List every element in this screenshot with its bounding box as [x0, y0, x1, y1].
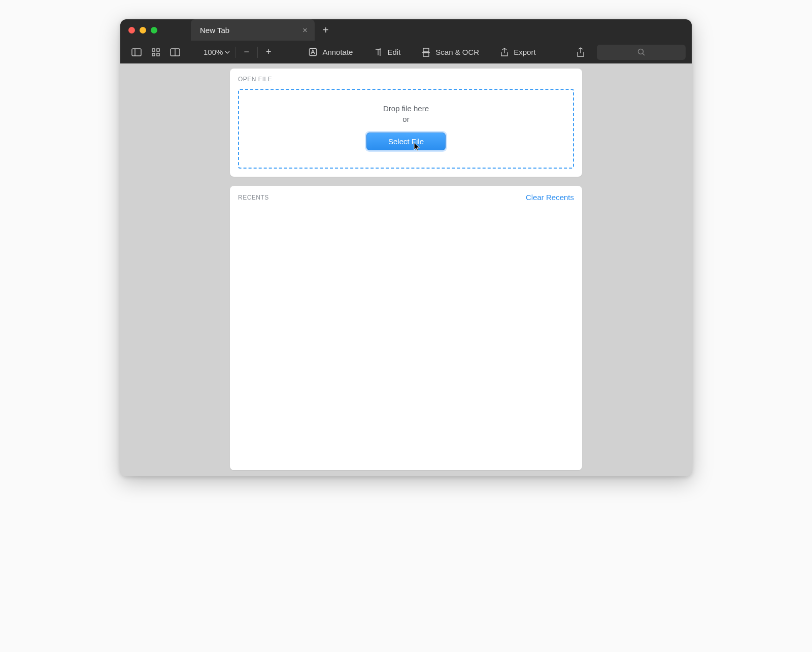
open-file-panel: OPEN FILE Drop file here or Select File: [230, 69, 582, 177]
browser-tab[interactable]: New Tab ×: [191, 19, 315, 41]
svg-point-11: [638, 49, 644, 54]
edit-label: Edit: [387, 48, 400, 56]
select-file-button[interactable]: Select File: [366, 133, 446, 150]
svg-rect-5: [157, 53, 159, 56]
toolbar: 100% − + Annotate: [120, 41, 692, 63]
zoom-level-dropdown[interactable]: 100%: [200, 48, 233, 56]
share-button[interactable]: [571, 47, 590, 57]
zoom-controls: 100% − +: [200, 47, 277, 58]
svg-rect-4: [152, 53, 155, 56]
svg-rect-3: [157, 49, 159, 51]
recents-panel: RECENTS Clear Recents: [230, 186, 582, 470]
scan-ocr-button[interactable]: Scan & OCR: [416, 48, 485, 57]
titlebar: New Tab × +: [120, 19, 692, 41]
svg-line-12: [643, 54, 645, 56]
zoom-in-button[interactable]: +: [260, 47, 278, 57]
clear-recents-button[interactable]: Clear Recents: [526, 193, 574, 202]
app-window: New Tab × +: [120, 19, 692, 476]
two-page-view-button[interactable]: [165, 41, 185, 63]
annotate-button[interactable]: Annotate: [302, 48, 359, 56]
annotate-icon: [309, 48, 317, 56]
export-icon: [500, 48, 509, 57]
scan-ocr-label: Scan & OCR: [435, 48, 479, 56]
export-button[interactable]: Export: [494, 48, 542, 57]
book-icon: [170, 48, 180, 56]
drop-or-text: or: [402, 115, 409, 123]
close-window-button[interactable]: [128, 27, 135, 34]
svg-rect-0: [132, 49, 141, 56]
search-input[interactable]: [597, 45, 686, 60]
zoom-out-button[interactable]: −: [238, 47, 255, 57]
search-icon: [637, 48, 645, 56]
sidebar-icon: [131, 48, 142, 56]
recents-section-title: RECENTS: [238, 194, 269, 201]
maximize-window-button[interactable]: [151, 27, 157, 34]
tab-title: New Tab: [200, 26, 229, 35]
edit-button[interactable]: Edit: [368, 48, 407, 56]
zoom-level-value: 100%: [204, 48, 223, 56]
share-icon: [577, 47, 585, 57]
open-file-section-title: OPEN FILE: [238, 76, 272, 83]
svg-rect-2: [152, 49, 155, 51]
new-tab-button[interactable]: +: [315, 24, 337, 36]
toolbar-center: Annotate Edit Scan & OCR: [302, 48, 542, 57]
edit-text-icon: [374, 48, 382, 56]
grid-icon: [152, 48, 160, 56]
chevron-down-icon: [225, 51, 230, 54]
minimize-window-button[interactable]: [140, 27, 146, 34]
select-file-label: Select File: [388, 137, 424, 146]
content-area: OPEN FILE Drop file here or Select File …: [120, 63, 692, 476]
export-label: Export: [514, 48, 535, 56]
sidebar-toggle-button[interactable]: [126, 41, 147, 63]
close-tab-button[interactable]: ×: [302, 26, 308, 35]
divider: [257, 47, 258, 58]
divider: [235, 47, 235, 58]
file-dropzone[interactable]: Drop file here or Select File: [238, 89, 574, 169]
window-controls: [120, 27, 165, 34]
drop-hint-text: Drop file here: [383, 104, 429, 113]
toolbar-right: [571, 45, 686, 60]
scan-icon: [422, 48, 430, 57]
grid-view-button[interactable]: [147, 41, 165, 63]
annotate-label: Annotate: [322, 48, 353, 56]
